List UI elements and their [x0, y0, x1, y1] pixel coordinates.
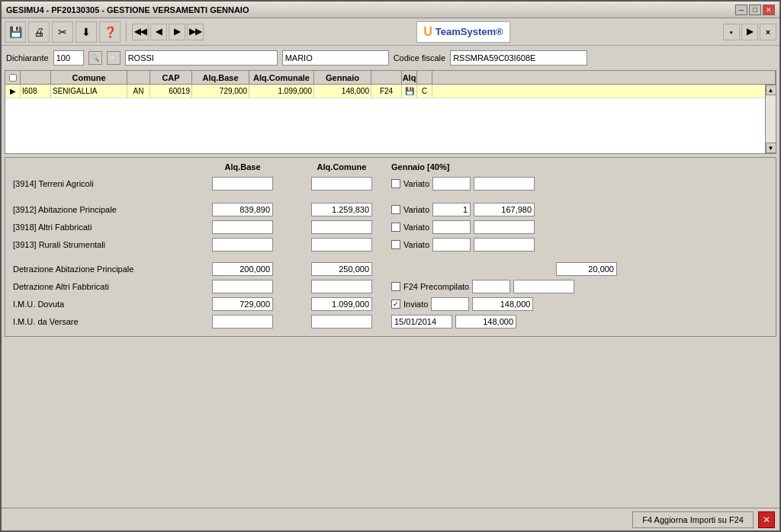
window-title: GESIMU4 - PF20130305 - GESTIONE VERSAMEN… — [6, 5, 249, 14]
det-abitazione-gennaio-col — [391, 262, 620, 276]
row-empty — [432, 85, 776, 98]
dichiarante-search-button[interactable]: 🔍 — [88, 51, 102, 65]
teamsystem-logo: U TeamSystem® — [416, 21, 509, 43]
scroll-up-button[interactable]: ▲ — [766, 85, 776, 95]
det-altri-alq-comune-input[interactable] — [311, 280, 372, 293]
toolbar-action1-button[interactable]: ▪ — [723, 24, 740, 40]
versare-val-input[interactable] — [455, 315, 516, 328]
rurali-alq-base-input[interactable] — [212, 238, 273, 252]
det-altri-label: Detrazione Altri Fabbricati — [10, 282, 193, 291]
date-input[interactable] — [391, 315, 452, 328]
det-altri-alq-base-input[interactable] — [212, 280, 273, 293]
nav-last-button[interactable]: ▶▶ — [187, 24, 204, 40]
inviato-checkbox[interactable] — [391, 300, 400, 309]
altri-variato-col: Variato — [391, 220, 620, 234]
th-comune: Comune — [51, 71, 127, 84]
terreni-variato-checkbox[interactable] — [391, 179, 400, 188]
f4-aggiorna-button[interactable]: F4 Aggiorna Importi su F24 — [632, 511, 754, 528]
terreni-alq-comune-input[interactable] — [311, 177, 372, 191]
imu-dovuta-alq-comune-input[interactable] — [311, 297, 372, 311]
abitazione-alq-comune-col — [292, 203, 391, 216]
abitazione-alq-comune-input[interactable] — [311, 203, 372, 216]
nav-first-button[interactable]: ◀◀ — [132, 24, 149, 40]
name-input[interactable] — [282, 50, 389, 66]
nav-prev-button[interactable]: ◀ — [150, 24, 167, 40]
f24-precompilato-val-input[interactable] — [472, 280, 510, 293]
abitazione-variato-input[interactable] — [432, 203, 471, 216]
bottom-close-button[interactable]: ✕ — [758, 511, 775, 528]
rurali-gennaio-input[interactable] — [474, 238, 535, 252]
terreni-gennaio-input[interactable] — [474, 177, 535, 191]
content-wrapper: Dichiarante 🔍 ◽ Codice fiscale Comune CA… — [2, 46, 779, 532]
abitazione-gennaio-input[interactable] — [474, 203, 535, 216]
altri-alq-base-col — [193, 220, 292, 234]
abitazione-row: [3912] Abitazione Principale Variato — [10, 202, 771, 217]
altri-gennaio-input[interactable] — [474, 220, 535, 234]
altri-fabbricati-row: [3918] Altri Fabbricati Variato — [10, 220, 771, 235]
print-button[interactable]: 🖨 — [28, 21, 50, 43]
rurali-variato-checkbox[interactable] — [391, 240, 400, 249]
rurali-variato-col: Variato — [391, 238, 620, 252]
table-header: Comune CAP Alq.Base Alq.Comunale Gennaio… — [5, 71, 776, 85]
det-abitazione-alq-base-input[interactable] — [212, 262, 273, 276]
dichiarante-detail-button[interactable]: ◽ — [107, 51, 121, 65]
codice-fiscale-input[interactable] — [450, 50, 587, 66]
save-button[interactable]: 💾 — [5, 21, 26, 43]
table-row-container: ▶ I608 SENIGALLIA AN 60019 729,000 1.099… — [5, 85, 776, 153]
toolbar: 💾 🖨 ✂ ⬇ ❓ ◀◀ ◀ ▶ ▶▶ U TeamSystem® ▪ ▶ × — [2, 18, 779, 46]
det-abitazione-alq-base-col — [193, 262, 292, 276]
dichiarante-row: Dichiarante 🔍 ◽ Codice fiscale — [5, 47, 776, 69]
abitazione-variato-checkbox[interactable] — [391, 205, 400, 214]
cut-button[interactable]: ✂ — [52, 21, 73, 43]
det-altri-alq-comune-col — [292, 280, 391, 293]
inviato-val-input[interactable] — [472, 297, 533, 311]
scroll-down-button[interactable]: ▼ — [766, 143, 776, 153]
altri-variato-input[interactable] — [432, 220, 471, 234]
nav-next-button[interactable]: ▶ — [169, 24, 185, 40]
logo-icon: U — [423, 25, 432, 39]
row-code: I608 — [21, 85, 51, 98]
date-col — [391, 315, 620, 328]
toolbar-action3-button[interactable]: × — [760, 24, 776, 40]
terreni-alq-base-input[interactable] — [212, 177, 273, 191]
download-button[interactable]: ⬇ — [76, 21, 97, 43]
toolbar-action2-button[interactable]: ▶ — [741, 24, 758, 40]
altri-alq-base-input[interactable] — [212, 220, 273, 234]
row-alq-base: 729,000 — [192, 85, 249, 98]
inviato-label: Inviato — [403, 300, 428, 309]
altri-alq-comune-input[interactable] — [311, 220, 372, 234]
rurali-variato-input[interactable] — [432, 238, 471, 252]
table-row[interactable]: ▶ I608 SENIGALLIA AN 60019 729,000 1.099… — [5, 85, 776, 98]
th-alq-comunale: Alq.Comunale — [249, 71, 314, 84]
help-button[interactable]: ❓ — [99, 21, 121, 43]
det-abitazione-gennaio-input[interactable] — [556, 262, 617, 276]
terreni-variato-input[interactable] — [432, 177, 471, 191]
table-scrollbar[interactable]: ▲ ▼ — [765, 85, 776, 153]
altri-fabbricati-label: [3918] Altri Fabbricati — [10, 223, 193, 232]
surname-input[interactable] — [125, 50, 278, 66]
f24-precompilato-val2-input[interactable] — [513, 280, 574, 293]
rurali-alq-comune-input[interactable] — [311, 238, 372, 252]
altri-variato-checkbox[interactable] — [391, 223, 400, 232]
f24-precompilato-checkbox[interactable] — [391, 282, 400, 291]
det-abitazione-alq-comune-input[interactable] — [311, 262, 372, 276]
rurali-variato-label: Variato — [403, 240, 429, 249]
abitazione-variato-label: Variato — [403, 205, 429, 214]
maximize-button[interactable]: □ — [749, 5, 761, 15]
altri-variato-label: Variato — [403, 223, 429, 232]
imu-dovuta-alq-base-input[interactable] — [212, 297, 273, 311]
imu-versare-alq-base-input[interactable] — [212, 315, 273, 328]
dichiarante-code-input[interactable] — [53, 50, 84, 66]
inviato-empty-input[interactable] — [431, 297, 469, 311]
close-button[interactable]: ✕ — [763, 5, 775, 15]
abitazione-alq-base-input[interactable] — [212, 203, 273, 216]
det-altri-alq-base-col — [193, 280, 292, 293]
th-prov — [127, 71, 150, 84]
detail-col-headers: Alq.Base Alq.Comune Gennaio [40%] — [10, 162, 771, 171]
terreni-variato-col: Variato — [391, 177, 620, 191]
header-checkbox[interactable] — [9, 74, 17, 82]
alq-base-col-header: Alq.Base — [193, 162, 292, 171]
minimize-button[interactable]: ─ — [735, 5, 747, 15]
imu-versare-alq-base-col — [193, 315, 292, 328]
imu-versare-alq-comune-input[interactable] — [311, 315, 372, 328]
